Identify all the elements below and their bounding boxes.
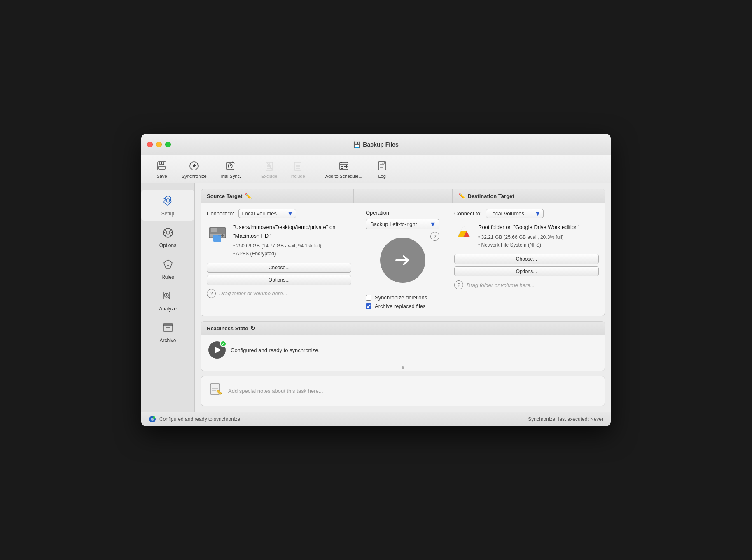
scroll-indicator: [402, 366, 404, 369]
include-button[interactable]: Include: [285, 158, 311, 180]
toolbar-separator-1: [251, 161, 251, 177]
sidebar-item-rules[interactable]: Rules: [141, 254, 194, 284]
close-button[interactable]: [147, 142, 153, 147]
dest-volume-icon: [454, 223, 473, 242]
setup-icon: [161, 194, 175, 209]
dest-drag-area: ? Drag folder or volume here...: [454, 280, 599, 289]
toolbar: Save Synchronize Trial Sync: [141, 155, 611, 183]
operation-help-button[interactable]: ?: [430, 232, 439, 241]
notes-placeholder-text: Add special notes about this task here..…: [228, 388, 323, 394]
archive-replaced-row[interactable]: Archive replaced files: [366, 303, 439, 309]
dest-help-button[interactable]: ?: [454, 280, 463, 289]
status-icon: [149, 415, 156, 423]
svg-line-42: [170, 235, 171, 236]
dest-connect-row: Connect to: Local Volumes ▼: [454, 209, 599, 218]
minimize-button[interactable]: [156, 142, 162, 147]
add-to-schedule-button[interactable]: Add to Schedule...: [320, 158, 368, 180]
dest-connect-select-container: Local Volumes ▼: [486, 209, 544, 218]
title-bar: 💾 Backup Files: [141, 134, 611, 155]
status-bar: Configured and ready to synchronize. Syn…: [141, 412, 611, 426]
readiness-panel: Readiness State ↻ ✓ Configured and ready…: [201, 321, 605, 371]
notes-panel: Add special notes about this task here..…: [201, 376, 605, 406]
exclude-icon: [263, 159, 276, 173]
status-left: Configured and ready to synchronize.: [149, 415, 241, 423]
svg-text:↵n: ↵n: [382, 161, 385, 165]
source-connect-label: Connect to:: [207, 210, 234, 217]
maximize-button[interactable]: [165, 142, 171, 147]
operation-label: Operation:: [366, 210, 391, 216]
main-layout: Setup Op: [141, 183, 611, 412]
sidebar-item-archive[interactable]: Archive: [141, 317, 194, 348]
readiness-body: ✓ Configured and ready to synchronize.: [201, 335, 605, 365]
source-btn-row: Choose... Options...: [207, 263, 351, 285]
traffic-lights: [147, 142, 171, 147]
title-icon: 💾: [353, 141, 360, 148]
sidebar-item-analyze[interactable]: Analyze: [141, 286, 194, 316]
status-badge: ✓: [220, 341, 227, 347]
svg-rect-24: [341, 166, 343, 167]
source-volume-text: "Users/immovero/Desktop/temp/private" on…: [233, 223, 351, 258]
synchronize-button[interactable]: Synchronize: [176, 158, 213, 180]
analyze-icon: [162, 290, 174, 304]
trial-sync-icon: [224, 159, 237, 173]
operation-select[interactable]: Backup Left-to-right: [366, 219, 439, 229]
notes-icon: [208, 382, 223, 400]
dest-drag-text: Drag folder or volume here...: [467, 282, 535, 288]
source-volume-info: "Users/immovero/Desktop/temp/private" on…: [207, 223, 351, 258]
dest-volume-text: Root folder on "Google Drive Work editio…: [478, 223, 579, 249]
svg-point-46: [167, 265, 169, 266]
exclude-button[interactable]: Exclude: [255, 158, 283, 180]
svg-line-44: [165, 235, 166, 236]
svg-rect-1: [161, 162, 162, 164]
source-volume-icon: [207, 223, 228, 245]
source-header: Source Target ✏️: [201, 189, 354, 203]
dest-header: ✏️ Destination Target: [453, 189, 605, 203]
source-drag-text: Drag folder or volume here...: [219, 290, 287, 296]
operation-select-container: Backup Left-to-right ▼: [366, 219, 439, 229]
sidebar: Setup Op: [141, 183, 195, 412]
source-connect-select[interactable]: Local Volumes: [238, 209, 296, 218]
dest-choose-button[interactable]: Choose...: [454, 254, 599, 264]
sync-deletions-row[interactable]: Synchronize deletions: [366, 294, 439, 301]
status-right-text: Synchronizer last executed: Never: [528, 416, 603, 422]
toolbar-separator-2: [315, 161, 315, 177]
source-help-button[interactable]: ?: [207, 289, 216, 298]
source-drag-area: ? Drag folder or volume here...: [207, 289, 351, 298]
dest-btn-row: Choose... Options...: [454, 254, 599, 276]
main-window: 💾 Backup Files Save: [141, 134, 611, 426]
source-section: Connect to: Local Volumes ▼: [201, 203, 357, 316]
svg-line-41: [165, 229, 166, 231]
svg-point-34: [166, 199, 170, 202]
synchronize-icon: [187, 159, 201, 173]
include-icon: [291, 159, 304, 173]
schedule-icon: [337, 159, 350, 173]
readiness-refresh-icon[interactable]: ↻: [250, 325, 255, 331]
source-options-button[interactable]: Options...: [207, 275, 351, 285]
options-icon: [162, 226, 174, 241]
trial-sync-button[interactable]: Trial Sync.: [214, 158, 247, 180]
source-edit-icon[interactable]: ✏️: [245, 193, 252, 199]
readiness-header: Readiness State ↻: [201, 322, 605, 335]
status-left-text: Configured and ready to synchronize.: [159, 416, 241, 422]
operation-arrow-circle: [380, 238, 425, 283]
svg-rect-26: [341, 168, 343, 169]
svg-rect-2: [159, 166, 165, 169]
play-triangle: [215, 346, 221, 354]
destination-section: Connect to: Local Volumes ▼: [448, 203, 605, 316]
save-button[interactable]: Save: [149, 158, 174, 180]
source-connect-select-container: Local Volumes ▼: [238, 209, 296, 218]
source-choose-button[interactable]: Choose...: [207, 263, 351, 273]
log-button[interactable]: ↵n Log: [370, 158, 395, 180]
log-icon: ↵n: [376, 159, 389, 173]
dest-connect-select[interactable]: Local Volumes: [486, 209, 544, 218]
dest-options-button[interactable]: Options...: [454, 266, 599, 276]
readiness-play-button[interactable]: ✓: [208, 341, 226, 359]
sidebar-item-options[interactable]: Options: [141, 222, 194, 252]
archive-icon: [162, 322, 174, 336]
readiness-status-text: Configured and ready to synchronize.: [231, 347, 320, 353]
svg-line-43: [170, 229, 171, 231]
sync-deletions-checkbox[interactable]: [366, 295, 371, 301]
sidebar-item-setup[interactable]: Setup: [141, 190, 194, 221]
archive-replaced-checkbox[interactable]: [366, 303, 371, 309]
save-icon: [155, 159, 168, 173]
